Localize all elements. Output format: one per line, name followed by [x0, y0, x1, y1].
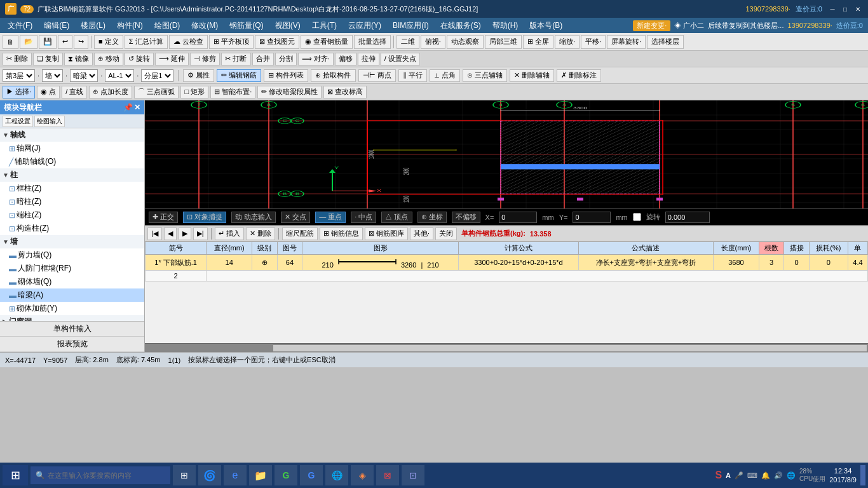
sublayer-select[interactable]: 分层1: [141, 69, 173, 82]
smart-place-button[interactable]: ⊞ 智能布置·: [210, 86, 255, 98]
menu-rebar-qty[interactable]: 钢筋量(Q): [224, 19, 268, 32]
table-row[interactable]: 2: [146, 271, 868, 281]
edit-beam-seg-button[interactable]: ✏ 修改暗梁段属性: [257, 86, 322, 98]
rotate-input[interactable]: [665, 212, 710, 223]
delete-annotation-button[interactable]: ✗ 删除标注: [557, 69, 601, 82]
rotate-element-button[interactable]: ↺ 旋转: [125, 53, 154, 65]
midpoint-button[interactable]: — 重点: [315, 212, 346, 223]
floor-select[interactable]: 第3层: [3, 69, 35, 82]
rebar-library-button[interactable]: ⊠ 钢筋图库: [365, 227, 408, 240]
beam-type-select[interactable]: 暗梁: [70, 69, 98, 82]
partial-3d-button[interactable]: 局部三维: [485, 35, 522, 49]
tree-category-opening[interactable]: ▶ 门窗洞: [0, 315, 144, 321]
menu-component[interactable]: 构件(N): [112, 19, 148, 32]
tree-item-aux-axis[interactable]: ╱ 辅助轴线(O): [0, 155, 144, 168]
tree-item-masonry-wall[interactable]: ▬ 砌体墙(Q): [0, 275, 144, 288]
split-button[interactable]: 分割: [275, 53, 297, 65]
table-row[interactable]: 1* 下部纵筋.1 14 ⊕ 64 210: [146, 255, 868, 271]
save-file-button[interactable]: 💾: [39, 35, 57, 49]
menu-draw[interactable]: 绘图(D): [149, 19, 186, 32]
no-offset-button[interactable]: 不偏移: [452, 212, 480, 223]
rebar-insert-button[interactable]: ↵ 插入: [215, 227, 244, 240]
offset-button[interactable]: 偏移: [335, 53, 356, 65]
pan-button[interactable]: 平移·: [581, 35, 606, 49]
line-tool-button[interactable]: / 直线: [62, 86, 87, 98]
tree-category-axis[interactable]: ▼ 轴线: [0, 128, 144, 142]
find-element-button[interactable]: ⊠ 查找图元: [255, 35, 299, 49]
edit-elevation-button[interactable]: ⊠ 查改标高: [323, 86, 367, 98]
rebar-prev-button[interactable]: ◀: [164, 227, 177, 240]
set-grip-button[interactable]: / 设置夹点: [381, 53, 420, 65]
coord-button[interactable]: ⊕ 坐标: [417, 212, 447, 223]
menu-file[interactable]: 文件(F): [3, 19, 37, 32]
delete-element-button[interactable]: ✂ 删除: [3, 53, 32, 65]
edit-rebar-button[interactable]: ✏ 编辑钢筋: [217, 69, 261, 82]
three-point-axis-button[interactable]: ⊙ 三点辅轴: [463, 69, 507, 82]
menu-cloud[interactable]: 云应用(Y): [343, 19, 386, 32]
vertex-button[interactable]: △ 顶点: [381, 212, 412, 223]
2d-button[interactable]: 二维: [397, 35, 419, 49]
taskbar-app-4[interactable]: 📁: [249, 465, 272, 485]
new-change-button[interactable]: 新建变更·: [633, 20, 670, 31]
undo-button[interactable]: ↩: [58, 35, 72, 49]
rebar-first-button[interactable]: |◀: [147, 227, 162, 240]
redo-button[interactable]: ↪: [74, 35, 88, 49]
menu-edit[interactable]: 编辑(E): [39, 19, 74, 32]
point-length-button[interactable]: ⊕ 点加长度: [89, 86, 132, 98]
sidebar-pin-button[interactable]: 📌: [123, 103, 133, 112]
y-input[interactable]: [573, 212, 611, 223]
tree-item-shear-wall[interactable]: ▬ 剪力墙(Q): [0, 248, 144, 262]
move-button[interactable]: ⊕ 移动: [94, 53, 123, 65]
taskbar-app-10[interactable]: ⊡: [402, 465, 424, 485]
close-panel-button[interactable]: 关闭: [435, 227, 457, 240]
project-settings-button[interactable]: 工程设置: [3, 116, 33, 127]
menu-version[interactable]: 版本号(B): [524, 19, 567, 32]
rotate-button[interactable]: 屏幕旋转·: [607, 35, 646, 49]
taskbar-app-8[interactable]: ◈: [351, 465, 374, 485]
zoom-button[interactable]: 缩放·: [555, 35, 580, 49]
mirror-button[interactable]: ⧗ 镜像: [64, 53, 93, 65]
cloud-check-button[interactable]: ☁ 云检查: [169, 35, 208, 49]
tree-category-wall[interactable]: ▼ 墙: [0, 235, 144, 248]
menu-help[interactable]: 帮助(H): [487, 19, 524, 32]
parallel-button[interactable]: ∥ 平行: [398, 69, 427, 82]
select-tool-button[interactable]: ▶ 选择·: [3, 86, 35, 98]
other-button[interactable]: 其他·: [410, 227, 433, 240]
dynamic-observe-button[interactable]: 动态观察: [447, 35, 484, 49]
taskbar-app-1[interactable]: ⊞: [173, 465, 196, 485]
menu-modify[interactable]: 修改(M): [186, 19, 223, 32]
menu-floor[interactable]: 楼层(L): [76, 19, 111, 32]
report-preview-button[interactable]: 报表预览: [0, 337, 144, 352]
element-type-select[interactable]: 墙: [42, 69, 63, 82]
rotate-checkbox[interactable]: [633, 213, 641, 221]
tree-item-masonry-rebar[interactable]: ⊞ 砌体加筋(Y): [0, 302, 144, 315]
show-desktop-button[interactable]: [860, 465, 865, 485]
ortho-button[interactable]: ✚ 正交: [149, 212, 178, 223]
search-input[interactable]: [48, 471, 156, 479]
taskbar-app-7[interactable]: 🌐: [325, 465, 348, 485]
taskbar-app-9[interactable]: ⊠: [376, 465, 399, 485]
minimize-button[interactable]: ─: [827, 4, 837, 14]
stretch-button[interactable]: 拉伸: [358, 53, 379, 65]
open-file-button[interactable]: 📂: [20, 35, 37, 49]
single-component-button[interactable]: 单构件输入: [0, 322, 144, 337]
extend-button[interactable]: ⟶ 延伸: [155, 53, 189, 65]
new-file-button[interactable]: 🗎: [3, 35, 18, 49]
pick-component-button[interactable]: ⊕ 拾取构件: [311, 69, 355, 82]
tree-item-civil-defense-wall[interactable]: ▬ 人防门框墙(RF): [0, 262, 144, 275]
fullscreen-button[interactable]: ⊞ 全屏: [523, 35, 553, 49]
batch-select-button[interactable]: 批量选择: [354, 35, 391, 49]
merge-button[interactable]: 合并: [252, 53, 274, 65]
intersection-button[interactable]: ✕ 交点: [281, 212, 310, 223]
taskbar-app-6[interactable]: G: [300, 465, 323, 485]
break-button[interactable]: ✂ 打断: [221, 53, 250, 65]
rebar-table-wrap[interactable]: 筋号 直径(mm) 级别 图号 图形 计算公式 公式描述 长度(mm) 根数 搭…: [145, 241, 868, 343]
drawing-input-button[interactable]: 绘图输入: [34, 116, 65, 127]
select-floor-button[interactable]: 选择楼层: [647, 35, 684, 49]
dynamic-input-button[interactable]: 动 动态输入: [231, 212, 276, 223]
point-tool-button[interactable]: ◉ 点: [37, 86, 60, 98]
tree-item-construct-column[interactable]: ⊡ 构造柱(Z): [0, 222, 144, 235]
component-list-button[interactable]: ⊞ 构件列表: [264, 69, 308, 82]
align-element-button[interactable]: ⟹ 对齐·: [298, 53, 334, 65]
rebar-delete-button[interactable]: ✕ 删除: [246, 227, 275, 240]
